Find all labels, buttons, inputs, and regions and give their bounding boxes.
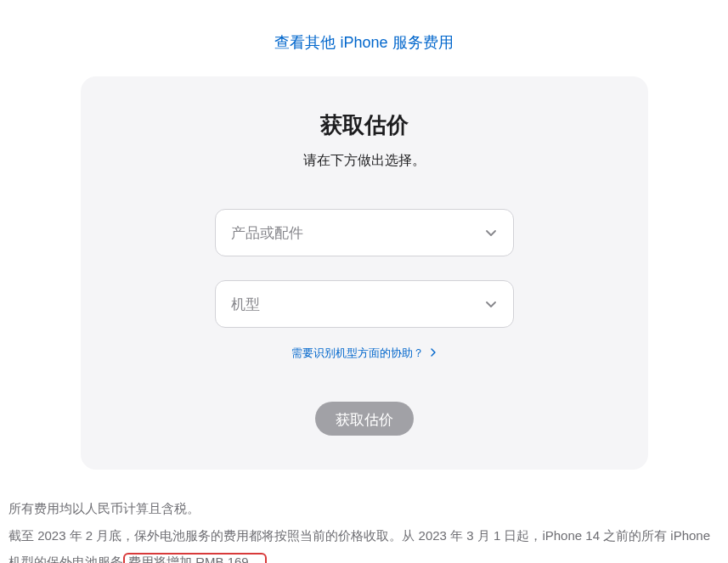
estimate-card: 获取估价 请在下方做出选择。 产品或配件 机型 需要识别机型方面的协助？ 获取估…	[81, 76, 648, 470]
top-link[interactable]: 查看其他 iPhone 服务费用	[274, 34, 453, 51]
card-title: 获取估价	[123, 110, 606, 140]
get-estimate-button[interactable]: 获取估价	[315, 402, 414, 436]
model-select-placeholder: 机型	[231, 295, 260, 314]
identify-model-help-link[interactable]: 需要识别机型方面的协助？	[291, 346, 437, 359]
help-link-label: 需要识别机型方面的协助？	[291, 346, 424, 359]
card-subtitle: 请在下方做出选择。	[123, 152, 606, 170]
product-select-placeholder: 产品或配件	[231, 223, 303, 243]
highlighted-text: 费用将增加 RMB 169。	[123, 553, 267, 563]
chevron-right-icon	[430, 346, 437, 359]
chevron-down-icon	[484, 226, 498, 239]
product-select[interactable]: 产品或配件	[215, 209, 514, 256]
footer-line-1: 所有费用均以人民币计算且含税。	[8, 495, 720, 522]
model-select[interactable]: 机型	[215, 280, 514, 328]
footer-line-2: 截至 2023 年 2 月底，保外电池服务的费用都将按照当前的价格收取。从 20…	[8, 522, 720, 564]
chevron-down-icon	[484, 297, 498, 311]
footer-text: 所有费用均以人民币计算且含税。 截至 2023 年 2 月底，保外电池服务的费用…	[0, 470, 728, 563]
